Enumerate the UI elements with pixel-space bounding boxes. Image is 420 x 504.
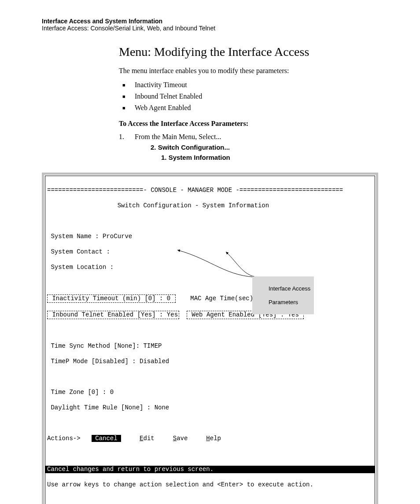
procedure-steps: From the Main Menu, Select... 2. Switch … (119, 133, 378, 161)
callout-label: Interface Access Parameters (252, 276, 314, 314)
procedure-heading: To Access the Interface Access Parameter… (119, 120, 378, 128)
console-param-row-1: Inactivity Timeout (min) [0] : 0 MAC Age… (47, 294, 373, 303)
console-timep-mode: TimeP Mode [Disabled] : Disabled (47, 358, 373, 366)
inbound-telnet-box: Inbound Telnet Enabled [Yes] : Yes (47, 311, 179, 320)
console-system-contact: System Contact : (47, 248, 373, 256)
menu-path-level-2: 1. System Information (161, 154, 378, 161)
intro-paragraph: The menu interface enables you to modify… (119, 67, 378, 75)
console-subtitle: Switch Configuration - System Informatio… (47, 202, 373, 210)
console-system-name: System Name : ProCurve (47, 233, 373, 241)
step-1: From the Main Menu, Select... 2. Switch … (119, 133, 378, 161)
console-content: ==========================- CONSOLE - MA… (45, 176, 375, 504)
menu-path-level-1: 2. Switch Configuration... (151, 143, 378, 151)
header-section: Interface Access: Console/Serial Link, W… (42, 25, 378, 32)
console-hint-line: Use arrow keys to change action selectio… (47, 481, 373, 489)
running-header: Interface Access and System Information … (42, 18, 378, 32)
inactivity-timeout-box: Inactivity Timeout (min) [0] : 0 (47, 294, 176, 303)
console-time-zone: Time Zone [0] : 0 (47, 389, 373, 397)
list-item: Inbound Telnet Enabled (119, 92, 378, 100)
console-status-line: Cancel changes and return to previous sc… (45, 466, 375, 474)
console-param-row-2: Inbound Telnet Enabled [Yes] : Yes Web A… (47, 311, 373, 320)
list-item: Inactivity Timeout (119, 81, 378, 89)
section-title: Menu: Modifying the Interface Access (119, 45, 378, 59)
console-title-rule: ==========================- CONSOLE - MA… (47, 187, 373, 195)
console-screenshot: ==========================- CONSOLE - MA… (42, 173, 378, 504)
console-time-sync: Time Sync Method [None]: TIMEP (47, 342, 373, 350)
parameter-list: Inactivity Timeout Inbound Telnet Enable… (119, 81, 378, 112)
header-chapter: Interface Access and System Information (42, 18, 378, 25)
action-cancel: Cancel (92, 435, 121, 442)
console-system-location: System Location : (47, 264, 373, 272)
console-dst: Daylight Time Rule [None] : None (47, 404, 373, 412)
list-item: Web Agent Enabled (119, 104, 378, 112)
console-actions-row: Actions-> Cancel Edit Save Help (47, 435, 373, 443)
